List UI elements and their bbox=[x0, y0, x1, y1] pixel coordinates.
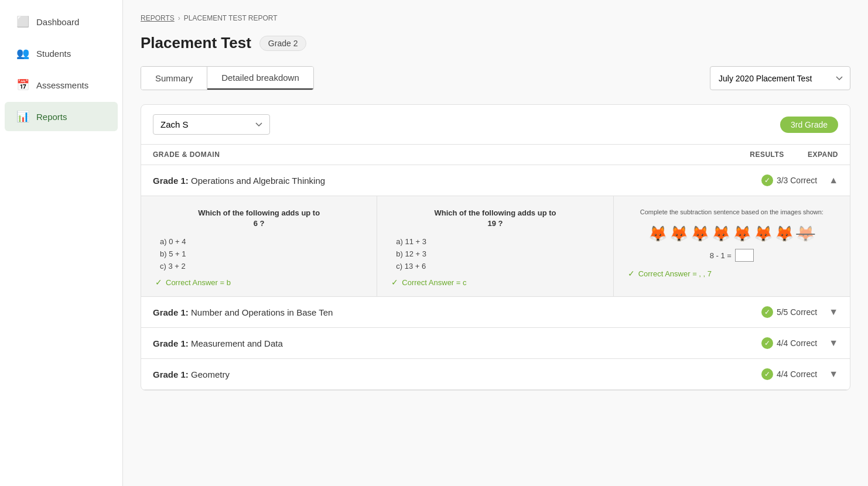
domain-label-g1-base10: Grade 1: Number and Operations in Base T… bbox=[153, 307, 333, 317]
check-icon-q1: ✓ bbox=[155, 278, 162, 287]
correct-badge-g1-measurement: ✓ 4/4 Correct bbox=[761, 337, 817, 349]
question-col-1: Which of the following adds up to6 ? a) … bbox=[141, 196, 377, 296]
page-title: Placement Test bbox=[141, 34, 251, 52]
student-grade-result: 3rd Grade bbox=[780, 117, 838, 133]
check-circle-g1-measurement: ✓ bbox=[761, 337, 773, 349]
domain-label-g1-measurement: Grade 1: Measurement and Data bbox=[153, 338, 283, 348]
check-icon-q3: ✓ bbox=[628, 269, 635, 278]
col-results: RESULTS bbox=[750, 150, 784, 159]
sidebar-item-label: Dashboard bbox=[36, 17, 79, 27]
domain-name-g1-ops: Operations and Algebraic Thinking bbox=[191, 176, 325, 186]
option-1c: c) 3 + 2 bbox=[155, 262, 363, 271]
domain-grade-g1-base10: Grade 1: bbox=[153, 307, 189, 317]
answer-blank bbox=[735, 249, 754, 262]
report-card: Zach S Alice B Bob C 3rd Grade GRADE & D… bbox=[141, 104, 850, 391]
sidebar-item-assessments[interactable]: 📅 Assessments bbox=[5, 70, 118, 100]
answer-text-q3: Correct Answer = , , 7 bbox=[638, 269, 712, 278]
option-2c: c) 13 + 6 bbox=[391, 262, 599, 271]
math-equation: 8 - 1 = bbox=[628, 249, 836, 262]
domain-row-g1-base10[interactable]: Grade 1: Number and Operations in Base T… bbox=[141, 297, 850, 328]
domain-name-g1-base10: Number and Operations in Base Ten bbox=[191, 307, 333, 317]
students-icon: 👥 bbox=[16, 47, 29, 60]
domain-label-g1-ops: Grade 1: Operations and Algebraic Thinki… bbox=[153, 176, 325, 186]
check-circle-g1-base10: ✓ bbox=[761, 306, 773, 318]
score-g1-geometry: 4/4 Correct bbox=[777, 369, 817, 379]
domain-name-g1-measurement: Measurement and Data bbox=[191, 338, 283, 348]
sidebar-item-dashboard[interactable]: ⬜ Dashboard bbox=[5, 7, 118, 36]
sidebar-item-label: Reports bbox=[36, 112, 67, 122]
sidebar-item-label: Students bbox=[36, 49, 71, 59]
expand-icon-g1-geometry[interactable]: ▼ bbox=[829, 369, 838, 379]
check-icon-q2: ✓ bbox=[391, 278, 398, 287]
option-2b: b) 12 + 3 bbox=[391, 249, 599, 258]
col-grade-domain: GRADE & DOMAIN bbox=[153, 150, 220, 159]
breadcrumb-reports-link[interactable]: REPORTS bbox=[141, 14, 175, 22]
table-header-right: RESULTS EXPAND bbox=[750, 150, 838, 159]
sidebar: ⬜ Dashboard 👥 Students 📅 Assessments 📊 R… bbox=[0, 0, 123, 486]
student-select-wrapper: Zach S Alice B Bob C bbox=[153, 114, 270, 135]
test-select[interactable]: July 2020 Placement Test June 2020 Place… bbox=[710, 66, 850, 90]
tab-group: Summary Detailed breakdown bbox=[141, 66, 314, 90]
assessments-icon: 📅 bbox=[16, 78, 29, 91]
reports-icon: 📊 bbox=[16, 110, 29, 123]
correct-badge-g1-ops: ✓ 3/3 Correct bbox=[761, 174, 817, 186]
domain-row-g1-geometry[interactable]: Grade 1: Geometry ✓ 4/4 Correct ▼ bbox=[141, 359, 850, 390]
score-g1-ops: 3/3 Correct bbox=[777, 176, 817, 185]
domain-grade-g1-measurement: Grade 1: bbox=[153, 338, 189, 348]
emoji-6: 🦊 bbox=[754, 225, 773, 243]
tabs-row: Summary Detailed breakdown July 2020 Pla… bbox=[141, 66, 850, 90]
answer-text-q1: Correct Answer = b bbox=[166, 278, 231, 287]
correct-answer-q2: ✓ Correct Answer = c bbox=[391, 278, 599, 287]
table-header: GRADE & DOMAIN RESULTS EXPAND bbox=[141, 145, 850, 165]
option-1a: a) 0 + 4 bbox=[155, 237, 363, 246]
grade-badge: Grade 2 bbox=[259, 36, 307, 51]
domain-grade-g1-ops: Grade 1: bbox=[153, 176, 189, 186]
emoji-2: 🦊 bbox=[669, 225, 688, 243]
check-circle-g1-ops: ✓ bbox=[761, 174, 773, 186]
check-circle-g1-geometry: ✓ bbox=[761, 368, 773, 380]
option-1b: b) 5 + 1 bbox=[155, 249, 363, 258]
dashboard-icon: ⬜ bbox=[16, 15, 29, 28]
tab-summary[interactable]: Summary bbox=[141, 67, 207, 90]
expand-icon-g1-base10[interactable]: ▼ bbox=[829, 307, 838, 317]
emoji-row: 🦊 🦊 🦊 🦊 🦊 🦊 🦊 🦊 bbox=[628, 225, 836, 243]
domain-label-g1-geometry: Grade 1: Geometry bbox=[153, 369, 230, 379]
question-text-1: Which of the following adds up to6 ? bbox=[155, 208, 363, 229]
emoji-7: 🦊 bbox=[775, 225, 794, 243]
questions-panel-g1-ops: Which of the following adds up to6 ? a) … bbox=[141, 196, 850, 297]
question-text-3: Complete the subtraction sentence based … bbox=[628, 208, 836, 217]
sidebar-item-reports[interactable]: 📊 Reports bbox=[5, 102, 118, 131]
main-content: REPORTS › PLACEMENT TEST REPORT Placemen… bbox=[123, 0, 868, 486]
question-col-3: Complete the subtraction sentence based … bbox=[614, 196, 850, 296]
emoji-5: 🦊 bbox=[733, 225, 751, 243]
page-header: Placement Test Grade 2 bbox=[141, 34, 850, 52]
domain-right-g1-geometry: ✓ 4/4 Correct ▼ bbox=[761, 368, 838, 380]
answer-text-q2: Correct Answer = c bbox=[402, 278, 466, 287]
col-expand: EXPAND bbox=[808, 150, 838, 159]
student-select[interactable]: Zach S Alice B Bob C bbox=[153, 114, 270, 135]
tab-detailed[interactable]: Detailed breakdown bbox=[207, 67, 313, 90]
correct-badge-g1-geometry: ✓ 4/4 Correct bbox=[761, 368, 817, 380]
domain-name-g1-geometry: Geometry bbox=[191, 369, 230, 379]
option-2a: a) 11 + 3 bbox=[391, 237, 599, 246]
sidebar-item-students[interactable]: 👥 Students bbox=[5, 39, 118, 68]
expand-icon-g1-ops[interactable]: ▲ bbox=[829, 175, 838, 186]
domain-right-g1-ops: ✓ 3/3 Correct ▲ bbox=[761, 174, 838, 186]
breadcrumb-current: PLACEMENT TEST REPORT bbox=[184, 14, 278, 22]
emoji-8-crossed: 🦊 bbox=[796, 225, 815, 243]
score-g1-base10: 5/5 Correct bbox=[777, 307, 817, 317]
domain-right-g1-base10: ✓ 5/5 Correct ▼ bbox=[761, 306, 838, 318]
domain-row-g1-measurement[interactable]: Grade 1: Measurement and Data ✓ 4/4 Corr… bbox=[141, 328, 850, 359]
domain-row-g1-ops[interactable]: Grade 1: Operations and Algebraic Thinki… bbox=[141, 165, 850, 196]
question-text-2: Which of the following adds up to19 ? bbox=[391, 208, 599, 229]
domain-grade-g1-geometry: Grade 1: bbox=[153, 369, 189, 379]
correct-badge-g1-base10: ✓ 5/5 Correct bbox=[761, 306, 817, 318]
correct-answer-q3: ✓ Correct Answer = , , 7 bbox=[628, 269, 836, 278]
student-row: Zach S Alice B Bob C 3rd Grade bbox=[141, 105, 850, 145]
expand-icon-g1-measurement[interactable]: ▼ bbox=[829, 338, 838, 348]
emoji-4: 🦊 bbox=[712, 225, 730, 243]
breadcrumb-separator: › bbox=[178, 14, 180, 22]
emoji-1: 🦊 bbox=[648, 225, 667, 243]
emoji-3: 🦊 bbox=[691, 225, 709, 243]
correct-answer-q1: ✓ Correct Answer = b bbox=[155, 278, 363, 287]
